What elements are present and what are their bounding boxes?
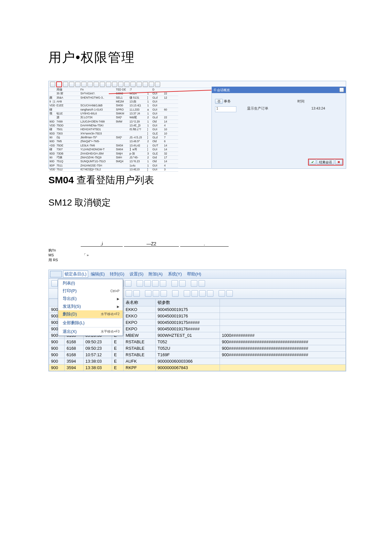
grid-cell: GLE xyxy=(152,152,163,156)
toolbar-icon[interactable] xyxy=(100,82,105,87)
close-icon[interactable] xyxy=(339,88,344,92)
grid-cell: 32 xyxy=(163,152,178,156)
menu-icon[interactable] xyxy=(50,271,62,277)
tool-icon[interactable] xyxy=(171,280,178,287)
toolbar-icon[interactable] xyxy=(143,82,148,87)
toolbar-icon[interactable] xyxy=(106,82,111,87)
grid-cell: 颈 xyxy=(49,112,56,116)
grid-cell: VDD xyxy=(49,124,56,128)
menu-goto[interactable]: 转到(G) xyxy=(107,271,127,277)
filter-icon[interactable] xyxy=(160,290,167,297)
no-button[interactable]: 否 xyxy=(215,99,223,104)
grid-cell xyxy=(67,120,80,124)
grid-cell xyxy=(67,164,80,168)
grid-cell: 7512 xyxy=(56,168,67,172)
ctx-item[interactable]: 全部删除(L) xyxy=(58,319,123,327)
toolbar-icon[interactable] xyxy=(75,82,80,87)
mid-line2: 购!!n xyxy=(48,248,347,253)
grid-cell: LJUOJI<OlEN-7499 xyxy=(80,120,115,124)
menu-set[interactable]: 设置(S) xyxy=(127,271,146,277)
help-icon[interactable] xyxy=(191,280,197,287)
grid-cell: 1 xyxy=(147,120,152,124)
grid-cell: 碰 xyxy=(49,128,56,132)
grid-cell: AH9 xyxy=(56,100,67,104)
refresh-icon[interactable] xyxy=(133,290,140,297)
detail-icon[interactable] xyxy=(126,290,132,297)
menu-edit[interactable]: 编辑(E) xyxy=(88,271,107,277)
ctx-item[interactable]: 退出(X)水平移动+F3 xyxy=(58,328,123,336)
ctx-item[interactable]: 发送到(S)▶ xyxy=(58,303,123,310)
toolbar-icon[interactable] xyxy=(88,82,93,87)
menubar[interactable]: 锁定条目(L) 编辑(E) 转到(G) 设置(S) 附加(A) 系统(Y) 帮助… xyxy=(49,270,346,279)
total-icon[interactable] xyxy=(172,290,179,297)
grid-cell: 22 xyxy=(163,92,178,96)
menu-lockentry[interactable]: 锁定条目(L) xyxy=(63,271,88,278)
ctx-item[interactable]: 打印(P)Ctrl+P xyxy=(58,287,123,295)
toolbar-icon[interactable] xyxy=(130,82,136,87)
end-session-button[interactable]: 结束会话 xyxy=(317,160,334,165)
grid-cell xyxy=(67,160,80,164)
confirm-icon[interactable]: ✔ xyxy=(309,160,316,165)
toolbar-icon[interactable] xyxy=(94,82,99,87)
menu-help[interactable]: 帮助(H) xyxy=(184,271,204,277)
grid-cell: 巧炳 xyxy=(56,156,67,160)
grid-cell xyxy=(67,128,80,132)
toolbar-icon[interactable] xyxy=(63,82,68,87)
toolbar-icon[interactable] xyxy=(149,82,154,87)
grid-cell: 1 xyxy=(147,112,152,116)
grid-cell: GUI xyxy=(152,148,163,152)
nav-icon[interactable] xyxy=(51,280,58,287)
menu-sys[interactable]: 系统(Y) xyxy=(165,271,184,277)
cancel-icon[interactable]: ✖ xyxy=(335,160,342,165)
grid-cell xyxy=(67,112,80,116)
grid-cell: SHENTHGTWG-3.. xyxy=(80,96,115,100)
table-row[interactable]: 900616809:50:23ERSTABLET052900##########… xyxy=(49,339,346,345)
grid-cell: J3.^45- xyxy=(129,156,147,160)
mail-icon[interactable] xyxy=(191,290,198,297)
variant-icon[interactable] xyxy=(207,290,213,297)
toolbar-icon[interactable] xyxy=(124,82,129,87)
ctx-item[interactable]: 导出(E)▶ xyxy=(58,295,123,303)
toolbar-icon[interactable] xyxy=(137,82,142,87)
sort-desc-icon[interactable] xyxy=(153,290,159,297)
table-row[interactable]: 900616810:57:12ERSTABLET169F900#########… xyxy=(49,352,346,358)
table-row[interactable]: 900616809:50:23ERSTABLET052U900#########… xyxy=(49,345,346,352)
first-icon[interactable] xyxy=(137,280,143,287)
sort-asc-icon[interactable] xyxy=(145,290,151,297)
grid-cell: SM30 xyxy=(115,104,129,108)
last-icon[interactable] xyxy=(160,280,166,287)
grid-cell: 碰 xyxy=(49,148,56,152)
grid-cell: 14 xyxy=(163,120,178,124)
col-header[interactable]: 表名称 xyxy=(124,299,156,306)
col-header[interactable]: 锁参数 xyxy=(156,299,220,306)
toolbar-icon[interactable] xyxy=(155,82,160,87)
grid-cell xyxy=(67,144,80,148)
table-row[interactable]: 900359413:38:03ERKPF9000000067843 xyxy=(49,365,346,371)
ctx-item[interactable]: 列表(I) xyxy=(58,279,123,287)
next-icon[interactable] xyxy=(152,280,159,287)
findnext-icon[interactable] xyxy=(125,280,131,287)
grid-icon[interactable] xyxy=(226,290,233,297)
grid-cell: 4 xyxy=(163,164,178,168)
context-menu[interactable]: 列表(I)打印(P)Ctrl+P导出(E)▶发送到(S)▶删除(D)水平移动+F… xyxy=(58,279,123,336)
grid-cell: ] xyxy=(147,96,152,100)
graph-icon[interactable] xyxy=(199,290,206,297)
ctx-item[interactable]: 删除(D)水平移动+F2 xyxy=(58,310,123,318)
table-row[interactable]: 900359413:38:03EAUFK900000060003366 xyxy=(49,358,346,365)
menu-add[interactable]: 附加(A) xyxy=(146,271,165,277)
layout-icon[interactable] xyxy=(199,280,205,287)
prev-icon[interactable] xyxy=(144,280,151,287)
toolbar-icon[interactable] xyxy=(118,82,123,87)
toolbar-icon[interactable] xyxy=(50,82,55,87)
toolbar-icon[interactable] xyxy=(69,82,74,87)
session-overview-panel: © 会话概览 否 事务 时间 1 显示生产订单 13:43:24 ✔ 结束会话 … xyxy=(211,87,346,168)
export-icon[interactable] xyxy=(184,290,190,297)
toolbar-icon[interactable] xyxy=(112,82,117,87)
toolbar-icon[interactable] xyxy=(81,82,87,87)
grid-cell xyxy=(163,112,178,116)
grid-cell: 14 xyxy=(163,160,178,164)
grid-icon[interactable] xyxy=(219,290,225,297)
tool-icon[interactable] xyxy=(179,280,186,287)
col-header[interactable] xyxy=(220,299,346,306)
toolbar-icon-highlighted[interactable] xyxy=(56,81,62,87)
